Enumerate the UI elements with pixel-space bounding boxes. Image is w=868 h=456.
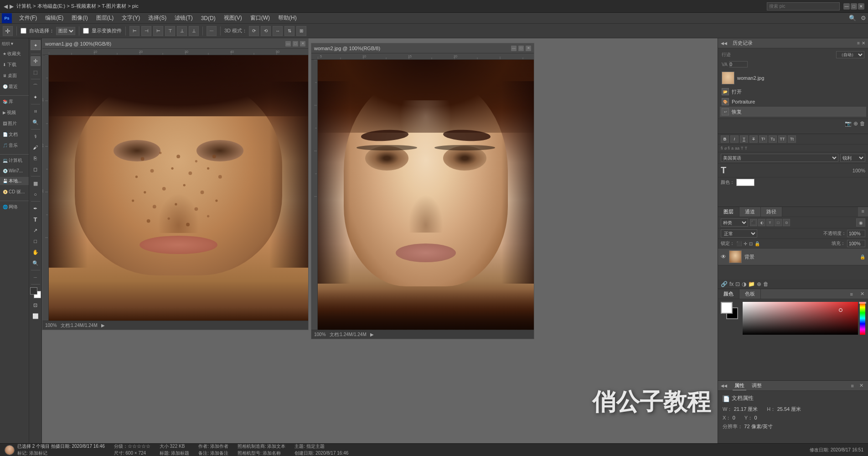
- background-layer[interactable]: 👁 背景 🔒: [718, 249, 868, 265]
- brush-tool[interactable]: 🖌: [31, 142, 41, 152]
- sidebar-item-photos[interactable]: 🖼图片: [0, 119, 29, 128]
- more-tools-btn[interactable]: ···: [31, 272, 41, 282]
- sidebar-item-recent[interactable]: 🕐最近: [0, 83, 29, 91]
- properties-collapse-btn[interactable]: ◀◀: [721, 383, 727, 388]
- opacity-input[interactable]: [847, 230, 865, 237]
- fg-bg-color-selector[interactable]: [30, 287, 41, 298]
- show-transform-checkbox[interactable]: [83, 28, 89, 34]
- layer-visibility-eye[interactable]: 👁: [721, 254, 726, 260]
- menu-text[interactable]: 文字(Y): [118, 13, 144, 23]
- more-options-btn[interactable]: ···: [207, 26, 217, 36]
- char-superscript-btn[interactable]: T²: [759, 135, 767, 143]
- color-sb-picker[interactable]: [743, 302, 858, 335]
- doc2-close-btn[interactable]: ✕: [526, 46, 531, 51]
- sidebar-item-win7-1[interactable]: 💿Win7...: [0, 167, 29, 174]
- color-panel-menu-btn[interactable]: ≡: [847, 290, 857, 298]
- add-mask-btn[interactable]: ⊡: [735, 281, 740, 287]
- healing-tool[interactable]: ⚕: [31, 131, 41, 141]
- new-fill-btn[interactable]: ◑: [742, 281, 746, 287]
- layers-panel-menu-btn[interactable]: ≡: [858, 207, 868, 217]
- color-picker-area[interactable]: [743, 302, 865, 335]
- gradient-tool[interactable]: ▦: [31, 178, 41, 188]
- zoom-tool[interactable]: 🔍: [31, 258, 41, 268]
- lasso-tool[interactable]: ⌒: [31, 81, 41, 91]
- menu-view[interactable]: 视图(V): [220, 13, 246, 23]
- menu-3d[interactable]: 3D(D): [197, 14, 219, 22]
- options-icon[interactable]: ⚙: [861, 15, 866, 21]
- doc2-scroll-indicator[interactable]: ▶: [370, 332, 374, 337]
- auto-select-checkbox[interactable]: [21, 28, 26, 34]
- history-va-input[interactable]: [729, 61, 748, 67]
- screen-mode-btn[interactable]: ⬜: [31, 311, 41, 321]
- history-new-state-btn[interactable]: ⊕: [853, 120, 858, 127]
- properties-tab[interactable]: 属性: [733, 381, 746, 390]
- hand-tool[interactable]: ✋: [31, 247, 41, 257]
- win-maximize-btn[interactable]: □: [851, 3, 857, 10]
- char-subscript-btn[interactable]: T₂: [769, 135, 777, 143]
- search-icon[interactable]: 🔍: [849, 15, 856, 21]
- doc1-close-btn[interactable]: ✕: [300, 41, 305, 47]
- clone-tool[interactable]: ⎘: [31, 153, 41, 163]
- swatches-tab[interactable]: 色板: [739, 289, 761, 299]
- history-panel-close-btn[interactable]: ✕: [862, 41, 865, 46]
- nav-back-icon[interactable]: ◀: [4, 3, 8, 10]
- tool-group-btn[interactable]: ✦: [31, 40, 41, 50]
- path-select-tool[interactable]: ↗: [31, 225, 41, 235]
- doc1-scroll-indicator[interactable]: ▶: [101, 323, 105, 328]
- move-tool[interactable]: ✛: [31, 56, 41, 66]
- char-underline-btn[interactable]: T: [740, 135, 748, 143]
- lock-position-btn[interactable]: ✛: [744, 241, 747, 246]
- doc2-maximize-btn[interactable]: □: [518, 46, 524, 51]
- align-right-btn[interactable]: ⊢: [153, 26, 163, 36]
- blend-mode-select[interactable]: 正常: [721, 229, 757, 238]
- char-aa-select[interactable]: 锐利: [840, 154, 865, 162]
- properties-panel-menu-btn[interactable]: ≡: [851, 383, 854, 389]
- sidebar-item-download[interactable]: ⬇下载: [0, 61, 29, 69]
- shape-tool[interactable]: □: [31, 236, 41, 246]
- sidebar-item-local[interactable]: 💾本地...: [0, 177, 29, 185]
- align-center-v-btn[interactable]: ⊣: [141, 26, 151, 36]
- sidebar-item-music[interactable]: 🎵音乐: [0, 141, 29, 150]
- layer-fx-btn[interactable]: fx: [729, 281, 734, 287]
- pen-tool[interactable]: ✒: [31, 203, 41, 213]
- doc2-minimize-btn[interactable]: —: [511, 46, 517, 51]
- win-minimize-btn[interactable]: —: [843, 3, 850, 10]
- color-panel-close-btn[interactable]: ✕: [857, 290, 868, 298]
- menu-edit[interactable]: 编辑(E): [41, 13, 67, 23]
- filter-toggle-btn[interactable]: ◉: [856, 218, 865, 227]
- 3d-btn4[interactable]: ⇅: [284, 26, 294, 36]
- sidebar-expand-btn[interactable]: 组织▼: [0, 40, 29, 48]
- history-panel-menu-btn[interactable]: ≡: [857, 41, 860, 46]
- move-tool-icon[interactable]: ✛: [3, 26, 13, 36]
- color-hue-strip[interactable]: [860, 302, 865, 335]
- char-italic-btn[interactable]: I: [730, 135, 739, 143]
- sidebar-item-network[interactable]: 🌐网络: [0, 203, 29, 211]
- title-search-input[interactable]: [767, 2, 840, 10]
- auto-select-mode[interactable]: 图层: [56, 27, 75, 35]
- sidebar-item-favorites[interactable]: ★收藏夹: [0, 50, 29, 58]
- sidebar-item-video[interactable]: ▶视频: [0, 109, 29, 117]
- char-smallcaps-btn[interactable]: Tt: [788, 135, 796, 143]
- history-source-select[interactable]: （自动）: [836, 51, 864, 58]
- properties-panel-close-btn[interactable]: ✕: [859, 383, 863, 389]
- sidebar-item-desktop[interactable]: 🖥桌面: [0, 72, 29, 80]
- char-bold-btn[interactable]: B: [721, 135, 729, 143]
- new-group-btn[interactable]: 📁: [748, 281, 755, 287]
- doc1-maximize-btn[interactable]: □: [293, 41, 298, 47]
- link-layers-btn[interactable]: 🔗: [721, 281, 728, 287]
- 3d-btn3[interactable]: ↔: [273, 26, 283, 36]
- char-color-swatch[interactable]: [736, 179, 754, 186]
- history-camera-btn[interactable]: 📷: [845, 120, 852, 127]
- menu-help[interactable]: 帮助(H): [274, 13, 300, 23]
- quick-mask-btn[interactable]: ⊡: [31, 300, 41, 310]
- sidebar-item-computer[interactable]: 💻计算机: [0, 156, 29, 165]
- channels-tab[interactable]: 通道: [739, 207, 761, 217]
- layers-tab[interactable]: 图层: [718, 207, 739, 217]
- sidebar-item-docs[interactable]: 📄文档: [0, 130, 29, 139]
- char-allcaps-btn[interactable]: TT: [778, 135, 786, 143]
- paths-tab[interactable]: 路径: [761, 207, 782, 217]
- menu-filter[interactable]: 滤镜(T): [171, 13, 196, 23]
- history-item-open[interactable]: 📂 打开: [720, 87, 866, 97]
- filter-adjustment-icon[interactable]: ◐: [758, 219, 765, 226]
- layers-type-filter[interactable]: 种类: [721, 218, 748, 227]
